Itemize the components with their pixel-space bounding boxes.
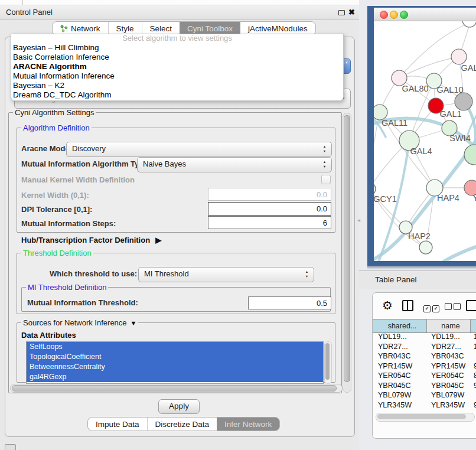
attribute-item-betweennesscentrality[interactable]: BetweennessCentrality [27,362,323,372]
column-header-a[interactable]: A [471,319,476,332]
network-node-label: GAL4 [410,146,432,156]
aracne-mode-combo[interactable]: Discovery [66,142,332,157]
mi-steps-input[interactable]: 6 [208,216,331,229]
table-cell: YER054C [373,371,427,381]
table-row[interactable]: YDR27...YDR27...12 [373,342,476,352]
attribute-item-selfloops[interactable]: SelfLoops [27,342,323,352]
network-node-gal[interactable] [451,49,467,64]
control-panel-title: Control Panel [6,5,53,19]
tab-network[interactable]: Network [53,22,108,35]
algorithm-dropdown-popup: Select algorithm to view settings Bayesi… [11,34,344,101]
table-row[interactable]: YLR345WYLR345W9. [373,400,476,410]
network-window-titlebar[interactable] [374,8,476,21]
network-node[interactable] [419,241,432,254]
settings-horizontal-scrollbar[interactable] [10,384,343,393]
attributes-scrollbar[interactable] [324,341,332,384]
network-canvas[interactable]: GALGAL80GAL10GAL1GAL11SWI4GAL4GCY1HAP4YH… [374,21,476,261]
tab-jactivemnodules[interactable]: jActiveMNodules [240,22,315,35]
export-table-icon[interactable] [466,300,476,311]
window-zoom-light[interactable] [400,11,408,19]
table-row[interactable]: YBR043CYBR043C [373,351,476,361]
network-node-label: GAL80 [402,84,428,93]
table-cell: 9 [471,410,476,411]
kernel-width-label: Kernel Width (0,1): [21,191,89,200]
table-horizontal-scrollbar[interactable] [376,413,475,422]
table-cell: YER054C [427,371,471,381]
tab-style[interactable]: Style [108,22,142,35]
float-window-icon[interactable] [338,10,345,15]
select-all-checkboxes-icon[interactable] [423,303,441,312]
tab-label: Style [116,24,134,33]
table-cell: 9. [471,381,476,391]
attribute-item-gal4rgexp[interactable]: gal4RGexp [27,372,323,382]
which-threshold-value: MI Threshold [144,268,189,281]
attribute-item-topologicalcoefficient[interactable]: TopologicalCoefficient [27,352,323,362]
network-node-label: GCY1 [374,194,397,204]
splitter-collapse-arrow[interactable] [357,217,360,223]
deselect-all-checkboxes-icon[interactable] [445,303,462,312]
network-node-label: HAP2 [408,231,431,241]
tab-select[interactable]: Select [142,22,180,35]
table-cell: 12 [471,342,476,352]
table-cell: YBL079W [373,390,427,400]
column-header-name[interactable]: name [427,319,471,332]
table-row[interactable]: YIL052CYIL052C9 [373,410,476,411]
mi-threshold-input[interactable]: 0.5 [248,296,331,309]
aracne-mode-value: Discovery [72,142,106,155]
collapse-arrow-icon [131,319,137,327]
tab-cyni-toolbox[interactable]: Cyni Toolbox [180,22,240,35]
spinner-icon [322,159,327,169]
manual-kernel-checkbox[interactable] [321,175,331,184]
algorithm-option-bayesian-k2[interactable]: Bayesian – K2 [11,81,343,90]
kernel-width-input[interactable]: 0.0 [208,188,331,201]
network-node-label: GAL [461,63,476,73]
table-panel-body: shared...nameA YDL19...YDL19...13YDR27..… [372,292,476,439]
table-cell: YDR27... [427,342,471,352]
algorithm-option-dream8-dc-tdc-algorithm[interactable]: Dream8 DC_TDC Algorithm [11,90,343,100]
table-rows: YDL19...YDL19...13YDR27...YDR27...12YBR0… [373,332,476,411]
hub-definition-toggle[interactable]: Hub/Transcription Factor Definition [21,236,161,244]
dpi-tolerance-input[interactable]: 0.0 [208,202,331,216]
network-node-label: GAL1 [439,109,461,119]
window-minimize-light[interactable] [390,11,398,19]
bottom-tab-discretize-data[interactable]: Discretize Data [147,418,217,431]
data-attributes-label: Data Attributes [21,331,76,340]
table-row[interactable]: YBL079WYBL079W [373,390,476,400]
table-panel-titlebar: Table Panel [359,270,476,289]
sources-title[interactable]: Sources for Network Inference [21,318,138,327]
network-node-gcy1[interactable] [374,182,376,195]
network-node[interactable] [455,93,472,110]
algorithm-popup-list: Bayesian – Hill ClimbingBasic Correlatio… [11,43,343,100]
docked-panel-icon[interactable] [5,444,16,450]
close-icon[interactable] [348,5,355,19]
tab-label: Select [150,24,172,33]
table-cell: YLR345W [373,400,427,410]
columns-icon[interactable] [402,300,413,311]
spinner-icon [322,144,327,154]
table-row[interactable]: YDL19...YDL19...13 [373,332,476,342]
bottom-tab-impute-data[interactable]: Impute Data [88,418,147,431]
bottom-tab-infer-network[interactable]: Infer Network [217,418,279,431]
cyni-settings-title: Cyni Algorithm Settings [13,108,96,117]
table-cell: YBR043C [427,351,471,361]
table-row[interactable]: YBR045CYBR045C9. [373,381,476,391]
window-close-light[interactable] [380,11,388,19]
table-row[interactable]: YPR145WYPR145W9. [373,361,476,371]
network-node[interactable] [462,21,476,27]
network-node[interactable] [464,145,476,165]
algorithm-option-basic-correlation-inference[interactable]: Basic Correlation Inference [11,53,343,62]
mi-type-combo[interactable]: Naive Bayes [137,157,332,172]
apply-button[interactable]: Apply [158,399,200,414]
data-attributes-list: SelfLoopsTopologicalCoefficientBetweenne… [26,341,324,384]
algorithm-option-aracne-algorithm[interactable]: ARACNE Algorithm [11,62,343,71]
table-row[interactable]: YER054CYER054C8. [373,371,476,381]
algorithm-option-bayesian-hill-climbing[interactable]: Bayesian – Hill Climbing [11,43,343,53]
column-header-shared[interactable]: shared... [373,319,427,332]
which-threshold-combo[interactable]: MI Threshold [138,267,314,282]
network-node-label: GAL10 [436,85,463,94]
settings-vertical-scrollbar[interactable] [343,113,351,393]
table-cell: YDR27... [373,342,427,352]
algorithm-option-mutual-information-inference[interactable]: Mutual Information Inference [11,71,343,81]
gear-icon[interactable] [382,298,393,312]
network-view-window[interactable]: GALGAL80GAL10GAL1GAL11SWI4GAL4GCY1HAP4YH… [367,6,476,266]
